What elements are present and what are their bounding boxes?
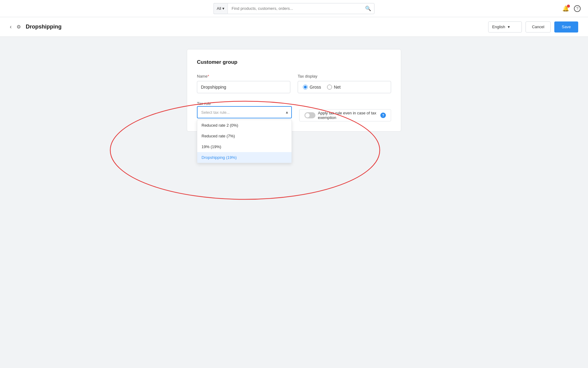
- language-selector[interactable]: English ▾: [488, 21, 522, 33]
- search-input-wrap: 🔍: [228, 3, 375, 14]
- apply-tax-group: Apply tax rule even in case of tax exemp…: [299, 109, 391, 121]
- notification-badge: [567, 5, 570, 8]
- tax-rule-group: Tax rule Select tax rule... ▲ Reduced ra…: [197, 101, 292, 118]
- name-tax-row: Name* Tax display Gross Net: [197, 74, 391, 93]
- cancel-button[interactable]: Cancel: [526, 21, 551, 33]
- tax-rule-placeholder: Select tax rule...: [201, 110, 230, 115]
- tax-display-group: Tax display Gross Net: [298, 74, 391, 93]
- search-button[interactable]: 🔍: [362, 6, 374, 11]
- name-label: Name*: [197, 74, 290, 79]
- save-button[interactable]: Save: [554, 21, 578, 33]
- net-radio[interactable]: [327, 85, 332, 90]
- search-input[interactable]: [228, 3, 362, 14]
- apply-tax-label: Apply tax rule even in case of tax exemp…: [318, 111, 378, 120]
- tax-display-radio-group: Gross Net: [298, 81, 391, 93]
- topbar-icons: 🔔 ?: [562, 5, 581, 12]
- chevron-down-icon: ▾: [508, 25, 510, 29]
- tax-display-label: Tax display: [298, 74, 391, 79]
- apply-tax-row: Apply tax rule even in case of tax exemp…: [299, 109, 391, 121]
- name-group: Name*: [197, 74, 290, 93]
- gross-radio[interactable]: [303, 85, 308, 90]
- settings-button[interactable]: ⚙: [17, 24, 21, 30]
- notification-button[interactable]: 🔔: [562, 5, 569, 12]
- customer-group-card: Customer group Name* Tax display Gross: [187, 49, 401, 132]
- tax-rule-row: Tax rule Select tax rule... ▲ Reduced ra…: [197, 101, 391, 121]
- help-button[interactable]: ?: [574, 5, 581, 12]
- dropdown-item-2[interactable]: 19% (19%): [197, 141, 292, 152]
- tax-rule-select[interactable]: Select tax rule...: [197, 106, 292, 118]
- page-title: Dropshipping: [26, 24, 62, 30]
- search-icon: 🔍: [365, 6, 371, 11]
- dropdown-item-1[interactable]: Reduced rate (7%): [197, 131, 292, 141]
- net-label: Net: [334, 85, 341, 90]
- tax-rule-select-wrapper: Select tax rule... ▲ Reduced rate 2 (0%)…: [197, 106, 292, 118]
- header-right: English ▾ Cancel Save: [488, 21, 578, 33]
- search-all-button[interactable]: All ▾: [213, 3, 228, 14]
- main-content: Customer group Name* Tax display Gross: [0, 37, 588, 144]
- search-bar: All ▾ 🔍: [213, 3, 375, 14]
- dropdown-item-0[interactable]: Reduced rate 2 (0%): [197, 120, 292, 131]
- gear-icon: ⚙: [17, 24, 21, 29]
- header-left: ‹ ⚙ Dropshipping: [10, 24, 62, 30]
- header-bar: ‹ ⚙ Dropshipping English ▾ Cancel Save: [0, 17, 588, 37]
- required-indicator: *: [208, 74, 209, 79]
- all-label: All: [217, 6, 221, 11]
- chevron-down-icon: ▾: [222, 6, 224, 11]
- chevron-left-icon: ‹: [10, 24, 12, 30]
- tax-rule-dropdown: Reduced rate 2 (0%) Reduced rate (7%) 19…: [197, 120, 292, 163]
- topbar: All ▾ 🔍 🔔 ?: [0, 0, 588, 17]
- tax-rule-label: Tax rule: [197, 101, 211, 106]
- gross-label: Gross: [310, 85, 321, 90]
- help-icon[interactable]: ?: [380, 113, 386, 118]
- gross-option[interactable]: Gross: [303, 85, 321, 90]
- apply-tax-toggle[interactable]: [304, 112, 315, 118]
- content-wrapper: Customer group Name* Tax display Gross: [187, 49, 401, 132]
- name-input[interactable]: [197, 81, 290, 93]
- card-title: Customer group: [197, 59, 391, 65]
- dropdown-item-3[interactable]: Dropshipping (19%): [197, 152, 292, 163]
- net-option[interactable]: Net: [327, 85, 341, 90]
- language-label: English: [492, 25, 505, 29]
- back-button[interactable]: ‹: [10, 24, 12, 30]
- question-circle-icon: ?: [574, 5, 581, 12]
